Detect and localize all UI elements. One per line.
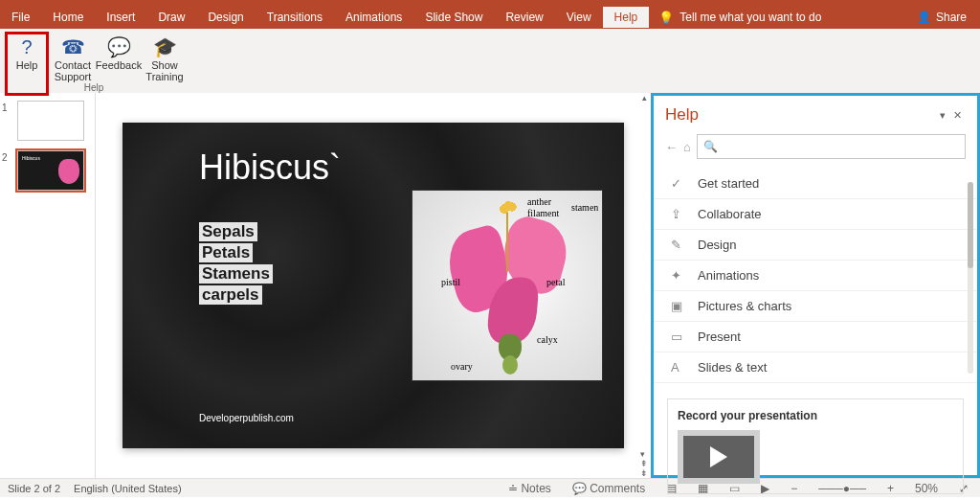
help-featured-title: Record your presentation	[678, 409, 953, 422]
help-scrollbar[interactable]	[968, 182, 973, 374]
thumbnail-preview: Hibiscus	[17, 150, 84, 191]
help-item-slides-text[interactable]: ASlides & text	[654, 352, 977, 383]
play-icon	[710, 446, 727, 467]
feedback-button[interactable]: 💬 Feedback	[98, 33, 140, 95]
help-item-label: Get started	[698, 176, 759, 191]
label-ovary: ovary	[451, 361, 473, 372]
help-pane-close-icon[interactable]: ✕	[949, 109, 966, 122]
ovary-shape	[502, 355, 518, 375]
tell-me-label: Tell me what you want to do	[679, 11, 821, 24]
share-icon: 👤	[917, 11, 931, 24]
workspace: 1 2 Hibiscus Hibiscus` Sepals Petals Sta…	[0, 93, 980, 478]
pencil-icon: ✎	[671, 238, 686, 252]
thumbnail-preview	[17, 101, 84, 141]
tab-design[interactable]: Design	[196, 7, 255, 28]
help-item-get-started[interactable]: ✓Get started	[654, 169, 977, 199]
slide-canvas[interactable]: Hibiscus` Sepals Petals Stamens carpels …	[122, 123, 624, 448]
help-item-present[interactable]: ▭Present	[654, 322, 977, 352]
slide-title[interactable]: Hibiscus`	[199, 148, 341, 188]
share-button[interactable]: 👤 Share	[903, 7, 980, 28]
image-icon: ▣	[671, 299, 686, 313]
tab-view[interactable]: View	[555, 7, 603, 28]
tab-home[interactable]: Home	[41, 7, 95, 28]
help-featured-card[interactable]: Record your presentation	[667, 398, 964, 494]
feedback-label: Feedback	[96, 59, 142, 71]
ribbon-tabs: File Home Insert Draw Design Transitions…	[0, 6, 980, 29]
tab-draw[interactable]: Draw	[146, 7, 196, 28]
stamen-shape	[506, 205, 508, 272]
tab-file[interactable]: File	[0, 7, 41, 28]
search-icon: 🔍	[703, 140, 718, 153]
help-icon: ?	[21, 34, 32, 59]
help-item-label: Slides & text	[698, 360, 767, 375]
screen-icon: ▭	[671, 330, 686, 344]
share-label: Share	[936, 11, 967, 24]
slide-scrollbar[interactable]: ▴ ▾⇞⇟	[637, 93, 651, 478]
text-icon: A	[671, 360, 686, 375]
tab-transitions[interactable]: Transitions	[256, 7, 334, 28]
help-pane: Help ▾ ✕ ← ⌂ 🔍 ✓Get started ⇪Collaborate…	[651, 93, 980, 478]
lightbulb-icon: 💡	[658, 11, 674, 25]
help-item-collaborate[interactable]: ⇪Collaborate	[654, 199, 977, 230]
show-training-button[interactable]: 🎓 Show Training	[144, 33, 186, 95]
flower-diagram[interactable]: anther filament stamen pistil petal caly…	[412, 190, 603, 381]
help-button[interactable]: ? Help	[6, 33, 48, 95]
language-indicator[interactable]: English (United States)	[74, 483, 182, 494]
help-nav: ← ⌂ 🔍	[654, 130, 977, 163]
help-search[interactable]: 🔍	[697, 134, 966, 159]
slide-bullets[interactable]: Sepals Petals Stamens carpels	[199, 222, 273, 307]
share-icon: ⇪	[671, 207, 686, 221]
video-thumbnail[interactable]	[678, 430, 760, 484]
tell-me-search[interactable]: 💡 Tell me what you want to do	[649, 11, 831, 25]
show-training-label: Show Training	[144, 59, 186, 82]
training-icon: 🎓	[153, 34, 177, 59]
thumbnail-1[interactable]: 1	[6, 101, 89, 141]
help-pane-options-icon[interactable]: ▾	[936, 109, 949, 122]
feedback-icon: 💬	[107, 34, 131, 59]
help-item-label: Pictures & charts	[698, 299, 791, 313]
tab-review[interactable]: Review	[494, 7, 554, 28]
help-button-label: Help	[16, 59, 38, 71]
scrollbar-handle[interactable]	[968, 182, 973, 268]
help-item-label: Collaborate	[698, 207, 762, 221]
help-item-design[interactable]: ✎Design	[654, 230, 977, 261]
slide-indicator[interactable]: Slide 2 of 2	[8, 483, 60, 494]
tab-help[interactable]: Help	[603, 7, 650, 28]
scroll-down-icon[interactable]: ▾⇞⇟	[640, 449, 648, 478]
help-search-input[interactable]	[724, 140, 959, 153]
label-petal: petal	[546, 277, 565, 287]
anther-shape	[499, 195, 518, 215]
thumb-flower-icon	[58, 159, 79, 184]
notes-button[interactable]: ≐ Notes	[504, 482, 555, 495]
help-category-list: ✓Get started ⇪Collaborate ✎Design ✦Anima…	[654, 163, 977, 389]
bullet-2: Petals	[199, 243, 253, 262]
slide-editor[interactable]: Hibiscus` Sepals Petals Stamens carpels …	[96, 93, 651, 478]
help-item-pictures[interactable]: ▣Pictures & charts	[654, 291, 977, 322]
headset-icon: ☎	[61, 34, 85, 59]
help-item-label: Present	[698, 330, 741, 344]
label-filament: filament	[527, 208, 559, 218]
help-pane-header: Help ▾ ✕	[654, 96, 977, 130]
help-home-icon[interactable]: ⌂	[683, 140, 691, 154]
label-calyx: calyx	[537, 334, 558, 345]
thumbnail-number: 2	[2, 152, 8, 163]
check-icon: ✓	[671, 176, 686, 191]
help-back-icon[interactable]: ←	[665, 140, 678, 154]
label-pistil: pistil	[441, 277, 460, 287]
bullet-4: carpels	[199, 285, 262, 305]
scroll-up-icon[interactable]: ▴	[642, 93, 647, 102]
help-item-label: Animations	[698, 268, 759, 283]
thumbnail-2[interactable]: 2 Hibiscus	[6, 150, 89, 191]
help-item-animations[interactable]: ✦Animations	[654, 261, 977, 291]
slide-credit: Developerpublish.com	[199, 413, 294, 423]
comments-button[interactable]: 💬 Comments	[568, 482, 649, 495]
label-stamen: stamen	[571, 202, 598, 213]
contact-support-label: Contact Support	[52, 59, 94, 82]
tab-slideshow[interactable]: Slide Show	[413, 7, 494, 28]
tab-animations[interactable]: Animations	[334, 7, 413, 28]
thumbnail-number: 1	[2, 102, 8, 113]
thumb-text: Hibiscus	[22, 155, 40, 161]
help-item-label: Design	[698, 238, 736, 252]
sparkle-icon: ✦	[671, 268, 686, 283]
tab-insert[interactable]: Insert	[95, 7, 146, 28]
